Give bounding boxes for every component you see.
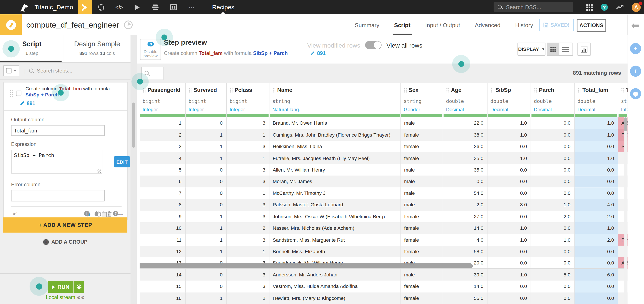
table-cell[interactable]: female xyxy=(400,211,443,222)
table-cell[interactable]: Futrelle, Mrs. Jacques Heath (Lily May P… xyxy=(269,152,400,164)
table-cell[interactable]: 0 xyxy=(185,117,226,129)
column-header-Name[interactable]: NamestringNatural lang. xyxy=(269,83,400,118)
table-cell[interactable]: female xyxy=(400,281,443,292)
table-cell[interactable]: 14 xyxy=(140,269,185,281)
column-header-T[interactable]: TstrInte xyxy=(618,83,628,118)
table-cell[interactable]: 4 xyxy=(140,152,185,164)
table-cell[interactable]: 4.0 xyxy=(574,199,618,211)
play-icon[interactable] xyxy=(128,0,146,14)
drag-handle-icon[interactable] xyxy=(9,90,12,97)
tour-marker[interactable] xyxy=(2,40,20,57)
table-cell[interactable]: 0.0 xyxy=(531,141,574,152)
add-panel-button[interactable]: + xyxy=(630,43,641,54)
table-cell[interactable]: 7 xyxy=(140,187,185,199)
rows-toggle[interactable] xyxy=(365,41,382,49)
navigate-icon[interactable] xyxy=(124,20,133,29)
table-cell[interactable]: 1 xyxy=(185,246,226,257)
step-checkbox[interactable] xyxy=(16,91,22,96)
run-button[interactable]: RUN xyxy=(48,281,73,293)
table-cell[interactable]: 1.0 xyxy=(487,269,530,281)
table-cell[interactable]: 14.0 xyxy=(443,281,487,292)
table-cell[interactable]: 0.0 xyxy=(487,292,530,304)
column-header-Sex[interactable]: SexstringGender xyxy=(400,83,443,118)
table-cell[interactable]: 2.0 xyxy=(574,211,618,222)
table-cell[interactable]: female xyxy=(400,152,443,164)
table-cell[interactable]: 0 xyxy=(185,187,226,199)
table-cell[interactable]: Allen, Mr. William Henry xyxy=(269,164,400,176)
table-cell[interactable]: 3 xyxy=(226,176,269,187)
view-modified-rows-label[interactable]: View modified rows xyxy=(307,42,360,49)
table-cell[interactable]: 0 xyxy=(185,176,226,187)
list-view-button[interactable] xyxy=(560,43,572,55)
breadcrumb-page[interactable]: Recipes xyxy=(212,0,234,14)
add-new-step-button[interactable]: + ADD A NEW STEP xyxy=(3,217,127,233)
table-cell[interactable]: 0.0 xyxy=(574,281,618,292)
table-cell[interactable]: 2 xyxy=(226,292,269,304)
table-cell[interactable]: 3 xyxy=(226,281,269,292)
column-header-Pclass[interactable]: PclassbigintInteger xyxy=(226,83,269,118)
table-cell[interactable]: 2 xyxy=(226,222,269,234)
table-cell[interactable]: 35.0 xyxy=(443,152,487,164)
table-cell[interactable]: 3 xyxy=(140,141,185,152)
table-cell[interactable]: male xyxy=(400,164,443,176)
table-cell[interactable]: 0.0 xyxy=(487,257,530,269)
table-cell[interactable]: Heikkinen, Miss. Laina xyxy=(269,141,400,152)
table-cell[interactable]: female xyxy=(400,222,443,234)
table-cell[interactable]: 16 xyxy=(140,292,185,304)
table-cell[interactable]: 1.0 xyxy=(574,152,618,164)
table-cell[interactable]: McCarthy, Mr. Timothy J xyxy=(269,187,400,199)
display-dropdown[interactable]: DISPLAY▼ xyxy=(518,43,545,56)
table-cell[interactable]: 1 xyxy=(140,117,185,129)
table-cell[interactable]: 1.0 xyxy=(487,129,530,141)
table-cell[interactable]: 1 xyxy=(185,152,226,164)
jobs-icon[interactable] xyxy=(146,0,164,14)
help-circle-icon[interactable]: ? xyxy=(113,211,118,216)
table-cell[interactable]: 1 xyxy=(185,222,226,234)
dashboards-icon[interactable] xyxy=(164,0,182,14)
tab-advanced[interactable]: Advanced xyxy=(475,14,500,35)
tab-summary[interactable]: Summary xyxy=(355,14,380,35)
avatar[interactable]: A xyxy=(632,2,641,12)
tab-input-output[interactable]: Input / Output xyxy=(425,14,460,35)
table-cell[interactable]: 27.0 xyxy=(443,211,487,222)
table-cell[interactable]: Braund, Mr. Owen Harris xyxy=(269,117,400,129)
tour-marker[interactable] xyxy=(452,55,470,73)
tour-marker[interactable] xyxy=(156,29,173,46)
table-cell[interactable]: 1.0 xyxy=(487,152,530,164)
table-cell[interactable]: 9 xyxy=(140,211,185,222)
table-cell[interactable]: 58.0 xyxy=(443,246,487,257)
table-cell[interactable]: Andersson, Mr. Anders Johan xyxy=(269,269,400,281)
table-cell[interactable]: Sandstrom, Miss. Marguerite Rut xyxy=(269,234,400,246)
tab-script[interactable]: Script xyxy=(394,14,410,35)
project-name[interactable]: Titanic_Demo xyxy=(34,4,73,11)
lab-icon[interactable] xyxy=(92,0,110,14)
table-cell[interactable]: Vestrom, Miss. Hulda Amanda Adolfina xyxy=(269,281,400,292)
column-header-Survived[interactable]: SurvivedbigintInteger xyxy=(185,83,226,118)
tour-marker[interactable] xyxy=(52,84,69,101)
table-cell[interactable]: 3 xyxy=(226,117,269,129)
table-cell[interactable]: 14.0 xyxy=(443,222,487,234)
table-cell[interactable]: 3.0 xyxy=(487,199,530,211)
table-cell[interactable]: 3 xyxy=(226,141,269,152)
tour-marker[interactable] xyxy=(131,73,148,90)
actions-button[interactable]: ACTIONS xyxy=(576,19,606,32)
table-cell[interactable]: 1.0 xyxy=(531,234,574,246)
select-steps-dropdown[interactable]: ▼ xyxy=(3,65,19,76)
apps-grid-icon[interactable] xyxy=(586,4,593,10)
table-cell[interactable]: 0 xyxy=(185,281,226,292)
table-cell[interactable]: 0.0 xyxy=(487,176,530,187)
table-cell[interactable]: 26.0 xyxy=(443,141,487,152)
table-cell[interactable]: 0.0 xyxy=(531,117,574,129)
comments-panel-button[interactable] xyxy=(630,88,641,99)
table-cell[interactable]: 11 xyxy=(140,234,185,246)
copy-icon[interactable] xyxy=(103,211,108,216)
table-cell[interactable]: 35.0 xyxy=(443,164,487,176)
prepare-recipe-icon[interactable] xyxy=(0,14,22,35)
table-cell[interactable]: female xyxy=(400,292,443,304)
table-cell[interactable]: male xyxy=(400,199,443,211)
table-cell[interactable]: 2.0 xyxy=(531,211,574,222)
step-modified-badge[interactable]: 891 xyxy=(4,100,128,110)
table-cell[interactable]: 54.0 xyxy=(443,187,487,199)
tour-marker[interactable] xyxy=(30,277,48,296)
table-cell[interactable]: 15 xyxy=(140,281,185,292)
